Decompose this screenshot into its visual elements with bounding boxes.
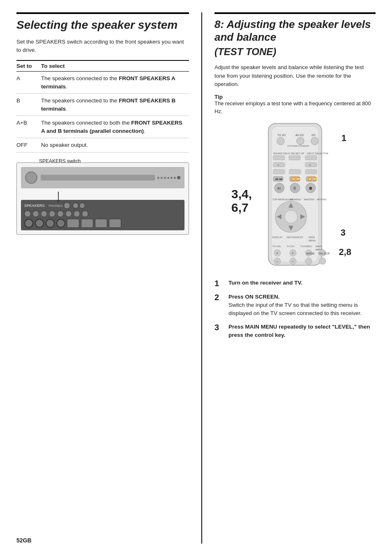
col-select: To select [41,60,189,72]
svg-rect-19 [273,169,285,174]
svg-rect-17 [305,162,317,167]
label-1: 1 [341,133,346,144]
svg-text:MUTING: MUTING [317,198,327,201]
speaker-table: Set to To select AThe speakers connected… [16,60,189,153]
svg-text:<: < [277,163,279,167]
svg-text:MASTER: MASTER [304,198,315,201]
page-number: 52GB [16,537,32,544]
step-3: 3 Press MAIN MENU repeatedly to select "… [214,323,376,340]
tip-section: Tip The receiver employs a test tone wit… [214,93,376,116]
svg-text:⏸: ⏸ [293,186,297,190]
svg-rect-13 [289,155,300,160]
svg-text:⏹: ⏹ [309,186,313,190]
right-title: 8: Adjusting the speaker levels and bala… [214,12,376,44]
step-1: 1 Turn on the receiver and TV. [214,279,376,288]
svg-text:>: > [309,163,311,167]
remote-diagram-area: 3,4,6,7 TV I/O AV I/O I/O SYSTEM STANDBY [214,121,376,271]
table-set-cell: B [16,94,41,116]
svg-rect-14 [305,155,317,160]
svg-text:SYSTEM STANDBY: SYSTEM STANDBY [287,145,309,147]
steps-section: 1 Turn on the receiver and TV. 2 Press O… [214,279,376,339]
col-set: Set to [16,60,41,72]
table-desc-cell: The speakers connected to the FRONT SPEA… [41,72,189,94]
step-2: 2 Press ON SCREEN. Switch the input of t… [214,293,376,318]
tip-text: The receiver employs a test tone with a … [214,100,371,114]
svg-point-39 [284,210,297,223]
remote-container: 3,4,6,7 TV I/O AV I/O I/O SYSTEM STANDBY [256,121,334,271]
table-row: A+BThe speakers connected to both the FR… [16,116,189,138]
step-3-num: 3 [214,323,224,332]
left-column: Selecting the speaker system Set the SPE… [16,12,189,544]
svg-text:WIDE: WIDE [306,252,315,255]
step-3-content: Press MAIN MENU repeatedly to select "LE… [228,323,376,340]
right-subtitle: (TEST TONE) [214,46,376,58]
svg-point-65 [305,258,312,264]
table-row: OFFNo speaker output. [16,138,189,153]
svg-text:+: + [276,251,278,255]
svg-text:MAIN: MAIN [316,245,322,248]
svg-text:MAIN: MAIN [309,236,315,239]
table-set-cell: A [16,72,41,94]
table-desc-cell: The speakers connected to the FRONT SPEA… [41,94,189,116]
svg-text:⏯: ⏯ [277,186,281,190]
left-intro: Set the SPEAKERS switch according to the… [16,38,189,55]
label-347: 3,4,6,7 [231,187,252,214]
step-2-content: Press ON SCREEN. Switch the input of the… [228,293,376,318]
svg-point-66 [319,258,326,264]
table-desc-cell: The speakers connected to both the FRONT… [41,116,189,138]
svg-text:SOUND FIELD: SOUND FIELD [273,152,290,155]
tip-title: Tip [214,94,223,100]
svg-text:−: − [292,259,294,264]
svg-text:INPUT SELECTOR: INPUT SELECTOR [307,152,328,155]
svg-text:AV I/O: AV I/O [295,134,304,137]
svg-text:⏪ ⏩: ⏪ ⏩ [291,177,300,181]
svg-text:I/O: I/O [311,134,316,137]
svg-text:AV MENU: AV MENU [290,198,301,201]
table-set-cell: A+B [16,116,41,138]
right-column: 8: Adjusting the speaker levels and bala… [214,12,376,544]
svg-text:RETURN/EXIT: RETURN/EXIT [287,236,303,239]
svg-rect-20 [289,169,301,174]
column-divider [201,12,202,544]
svg-point-7 [311,137,318,145]
table-set-cell: OFF [16,138,41,153]
table-desc-cell: No speaker output. [41,138,189,153]
svg-text:TV I/O: TV I/O [277,134,286,137]
svg-text:TV VOL: TV VOL [272,245,281,248]
table-row: BThe speakers connected to the FRONT SPE… [16,94,189,116]
step-1-content: Turn on the receiver and TV. [228,279,376,287]
speakers-switch-label: SPEAKERS switch [39,158,81,164]
left-title: Selecting the speaker system [16,12,189,32]
svg-text:RM SET UP: RM SET UP [291,152,304,155]
svg-text:+: + [292,251,294,255]
svg-point-3 [277,137,284,145]
step-1-num: 1 [214,279,224,288]
svg-text:⏪ ⏩: ⏪ ⏩ [308,177,317,181]
svg-text:ON SCR: ON SCR [318,252,330,255]
svg-rect-12 [273,155,285,160]
label-3: 3 [341,227,346,238]
remote-svg: TV I/O AV I/O I/O SYSTEM STANDBY SOUND F… [256,121,334,269]
svg-text:⏮ ⏭: ⏮ ⏭ [275,177,283,181]
receiver-diagram: SPEAKERS PHONES [16,162,189,235]
svg-point-5 [297,137,304,145]
svg-rect-21 [305,169,317,174]
label-28: 2,8 [339,247,351,257]
svg-text:−: − [276,259,278,264]
svg-text:DISPLAY: DISPLAY [272,236,283,239]
step-2-num: 2 [214,293,224,302]
svg-text:MENU: MENU [309,239,316,242]
svg-text:TV/VIDEO: TV/VIDEO [300,245,312,248]
table-row: AThe speakers connected to the FRONT SPE… [16,72,189,94]
svg-text:TV CH: TV CH [287,245,294,248]
right-intro: Adjust the speaker levels and balance wh… [214,63,376,88]
